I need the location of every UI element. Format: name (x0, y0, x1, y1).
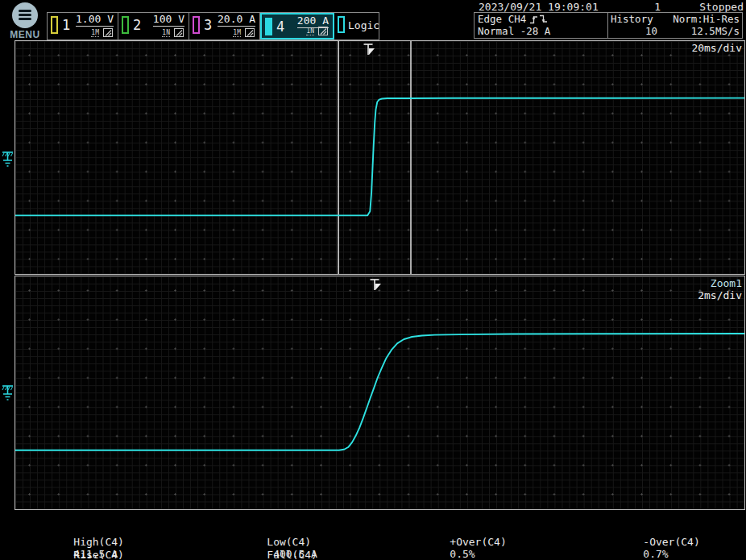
measurement-label: Fall(C4) (267, 549, 318, 560)
channel-color-tab (193, 16, 200, 34)
trigger-position-marker[interactable] (370, 280, 381, 290)
trigger-mode-level: Normal -28 A (478, 25, 607, 37)
channel-box-4[interactable]: 4 200 A 1N (260, 13, 334, 39)
ground-marker-icon[interactable] (1, 382, 15, 403)
zoom-waveform-plot (15, 276, 744, 509)
channel-coupling-label: 1M (233, 29, 241, 37)
channel-scale-value: 1.00 V (76, 13, 114, 27)
history-label: History (611, 13, 653, 25)
zoom-window-title: Zoom1 (711, 277, 742, 289)
acquisition-settings: History Norm:Hi-Res 10 12.5MS/s (608, 13, 742, 38)
logic-box[interactable]: Logic (334, 13, 379, 39)
main-waveform-plot (15, 41, 744, 274)
measurements-row-2: Rise(C4) 1.62672ms Fall(C4) ***** (0, 537, 746, 550)
sample-rate: 12.5MS/s (657, 25, 740, 37)
trigger-type: Edge CH4 (478, 13, 526, 25)
waveform-trace-ch4 (15, 334, 744, 450)
trigger-slope-icon (529, 15, 549, 24)
measurement-value: 0.7% (643, 548, 668, 560)
probe-icon (103, 28, 113, 37)
channel-color-tab (122, 16, 129, 34)
oscilloscope-screen: MENU 1 1.00 V 1M 2 100 V 1N 3 20.0 A 1M … (0, 0, 746, 560)
channel-coupling-label: 1N (162, 29, 170, 37)
trigger-settings: Edge CH4 Normal -28 A (475, 13, 608, 38)
acq-mode: Norm:Hi-Res (673, 13, 740, 25)
trigger-position-marker[interactable] (364, 44, 375, 55)
zoom-waveform-window[interactable]: Zoom1 2ms/div (15, 276, 745, 510)
menu-label: MENU (6, 29, 44, 40)
hamburger-icon (12, 2, 38, 28)
logic-color-tab (338, 16, 345, 33)
main-timebase-label: 20ms/div (691, 42, 742, 54)
channel-box-3[interactable]: 3 20.0 A 1M (189, 13, 260, 39)
acquisition-count: 1 (627, 1, 661, 13)
measurement-item: Fall(C4) ***** (242, 537, 318, 560)
logic-label: Logic (348, 19, 379, 31)
channel-number: 4 (276, 19, 284, 35)
channel-number: 1 (62, 17, 70, 33)
probe-icon (245, 28, 255, 37)
waveform-trace-ch4 (15, 98, 744, 216)
channel-coupling-label: 1M (91, 29, 99, 37)
zoom-timebase-label: 2ms/div (698, 289, 742, 301)
ground-marker-icon[interactable] (1, 148, 15, 169)
channel-number: 3 (204, 17, 212, 33)
menu-button[interactable]: MENU (9, 1, 48, 41)
probe-icon (318, 27, 328, 35)
history-value: 10 (611, 25, 657, 37)
measurement-item: Rise(C4) 1.62672ms (48, 537, 131, 560)
channel-strip: 1 1.00 V 1M 2 100 V 1N 3 20.0 A 1M 4 200… (47, 12, 379, 40)
measurement-label: Rise(C4) (73, 549, 128, 560)
measurement-value: 0.5% (450, 548, 475, 560)
run-status: Stopped (699, 1, 744, 13)
channel-coupling-label: 1N (306, 27, 314, 35)
trigger-info-box[interactable]: Edge CH4 Normal -28 A History Norm:Hi-Re… (474, 12, 743, 39)
channel-box-2[interactable]: 2 100 V 1N (118, 13, 189, 39)
datetime: 2023/09/21 19:09:01 (479, 1, 599, 13)
main-waveform-window[interactable]: 20ms/div (15, 40, 745, 275)
channel-color-tab (51, 16, 58, 34)
measurements-row-1: High(C4) 411.5 A Low(C4) -400.5 A +Over(… (0, 524, 746, 537)
probe-icon (174, 28, 184, 37)
channel-number: 2 (133, 17, 141, 33)
channel-box-1[interactable]: 1 1.00 V 1M (48, 13, 118, 39)
channel-scale-value: 20.0 A (218, 13, 255, 27)
channel-color-tab (265, 18, 272, 35)
channel-scale-value: 100 V (153, 13, 184, 27)
